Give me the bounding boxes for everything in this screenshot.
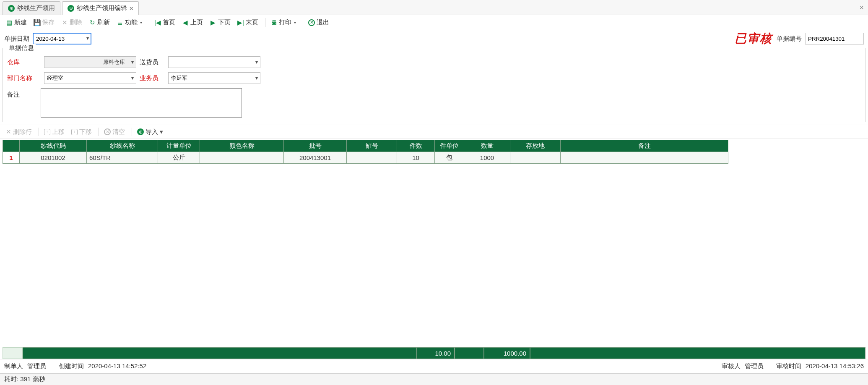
separator (265, 18, 265, 27)
cell-color[interactable] (200, 152, 284, 164)
delete-icon: ✕ (61, 19, 68, 26)
document-footer: 制单人管理员 创建时间2020-04-13 14:52:52 审核人管理员 审核… (0, 359, 868, 373)
new-button[interactable]: ▤新建 (3, 17, 29, 28)
cell-rownum[interactable]: 1 (3, 152, 20, 164)
close-all-icon[interactable]: × (859, 3, 864, 12)
tab-list[interactable]: ⊕ 纱线生产领用 (3, 1, 60, 15)
salesman-select[interactable] (168, 72, 260, 84)
cell-loc[interactable] (510, 152, 561, 164)
last-icon: ▶| (237, 19, 244, 26)
tab-close-icon[interactable]: × (130, 5, 133, 12)
refresh-button[interactable]: ↻刷新 (86, 17, 112, 28)
exit-button[interactable]: ✕退出 (306, 17, 332, 28)
cell-name[interactable]: 60S/TR (87, 152, 158, 164)
col-loc[interactable]: 存放地 (510, 140, 561, 152)
tab-edit[interactable]: ⊕ 纱线生产领用编辑 × (62, 1, 139, 15)
col-pcs[interactable]: 件数 (397, 140, 435, 152)
col-color[interactable]: 颜色名称 (200, 140, 284, 152)
dept-label: 部门名称 (7, 74, 41, 82)
remark-textarea[interactable] (41, 88, 242, 118)
totals-rownum (3, 347, 23, 359)
col-rownum[interactable] (3, 140, 20, 152)
import-button[interactable]: ⊕导入▾ (135, 127, 166, 137)
separator (39, 128, 39, 136)
auditor-label: 审核人 (722, 362, 741, 370)
row-toolbar: ✕删除行 ↑上移 ↓下移 ✕清空 ⊕导入▾ (0, 125, 868, 139)
document-header: 单据日期 ▾ 已审核 单据编号 (0, 30, 868, 47)
x-icon: ✕ (6, 128, 11, 136)
clear-icon: ✕ (104, 128, 111, 135)
function-button[interactable]: ≣功能▾ (114, 17, 145, 28)
col-unit[interactable]: 计量单位 (158, 140, 200, 152)
last-page-button[interactable]: ▶|末页 (235, 17, 261, 28)
maker-value: 管理员 (27, 362, 46, 370)
first-icon: |◀ (154, 19, 161, 26)
chevron-down-icon: ▾ (294, 20, 296, 25)
cell-batch[interactable]: 200413001 (284, 152, 347, 164)
tab-label: 纱线生产领用编辑 (77, 4, 127, 12)
warehouse-select[interactable] (44, 56, 136, 68)
deliverer-label: 送货员 (140, 58, 165, 66)
totals-pcs: 10.00 (417, 347, 455, 359)
exit-icon: ✕ (308, 19, 315, 26)
separator (132, 128, 132, 136)
maker-label: 制单人 (4, 362, 23, 370)
arrow-up-icon: ↑ (44, 129, 50, 135)
col-pcs-unit[interactable]: 件单位 (435, 140, 464, 152)
prev-icon: ◀ (182, 19, 189, 26)
warehouse-label: 仓库 (7, 58, 41, 66)
next-icon: ▶ (210, 19, 216, 26)
save-icon: 💾 (34, 19, 40, 26)
col-vat[interactable]: 缸号 (347, 140, 397, 152)
globe-icon: ⊕ (8, 5, 15, 12)
col-code[interactable]: 纱线代码 (20, 140, 87, 152)
elapsed-value: 391 毫秒 (20, 375, 45, 383)
col-remark[interactable]: 备注 (561, 140, 728, 152)
audit-time-value: 2020-04-13 14:53:26 (806, 362, 864, 370)
cell-vat[interactable] (347, 152, 397, 164)
table-header-row: 纱线代码 纱线名称 计量单位 颜色名称 批号 缸号 件数 件单位 数量 存放地 … (3, 140, 728, 152)
globe-icon: ⊕ (68, 5, 74, 12)
new-icon: ▤ (6, 19, 13, 26)
cell-remark[interactable] (561, 152, 728, 164)
prev-page-button[interactable]: ◀上页 (179, 17, 205, 28)
tab-label: 纱线生产领用 (17, 4, 55, 12)
chevron-down-icon: ▾ (140, 20, 142, 25)
grid-spacer (0, 164, 868, 347)
first-page-button[interactable]: |◀首页 (152, 17, 178, 28)
move-down-button: ↓下移 (69, 127, 94, 137)
cell-code[interactable]: 0201002 (20, 152, 87, 164)
doc-number-label: 单据编号 (777, 35, 802, 43)
globe-icon: ⊕ (137, 128, 144, 135)
created-value: 2020-04-13 14:52:52 (88, 362, 146, 370)
separator (99, 128, 99, 136)
cell-pcs[interactable]: 10 (397, 152, 435, 164)
col-batch[interactable]: 批号 (284, 140, 347, 152)
cell-unit[interactable]: 公斤 (158, 152, 200, 164)
status-bar: 耗时: 391 毫秒 (0, 373, 868, 385)
approved-stamp: 已审核 (735, 31, 772, 47)
deliverer-select[interactable] (168, 56, 260, 68)
date-input[interactable] (33, 33, 91, 45)
date-label: 单据日期 (4, 35, 29, 43)
arrow-down-icon: ↓ (71, 129, 78, 135)
totals-prefill (23, 347, 417, 359)
table-row[interactable]: 1 0201002 60S/TR 公斤 200413001 10 包 1000 (3, 152, 728, 164)
remark-label: 备注 (7, 88, 41, 99)
separator (149, 18, 149, 27)
cell-qty[interactable]: 1000 (464, 152, 510, 164)
auditor-value: 管理员 (745, 362, 764, 370)
group-legend: 单据信息 (7, 44, 36, 52)
col-name[interactable]: 纱线名称 (87, 140, 158, 152)
print-button[interactable]: 🖶打印▾ (268, 17, 299, 28)
totals-qty: 1000.00 (484, 347, 530, 359)
next-page-button[interactable]: ▶下页 (207, 17, 233, 28)
separator (303, 18, 303, 27)
save-button: 💾保存 (31, 17, 57, 28)
cell-pcs-unit[interactable]: 包 (435, 152, 464, 164)
elapsed-label: 耗时: (4, 375, 18, 383)
dept-select[interactable] (44, 72, 136, 84)
tab-bar: ⊕ 纱线生产领用 ⊕ 纱线生产领用编辑 × × (0, 0, 868, 15)
doc-number-input[interactable] (805, 33, 864, 45)
col-qty[interactable]: 数量 (464, 140, 510, 152)
